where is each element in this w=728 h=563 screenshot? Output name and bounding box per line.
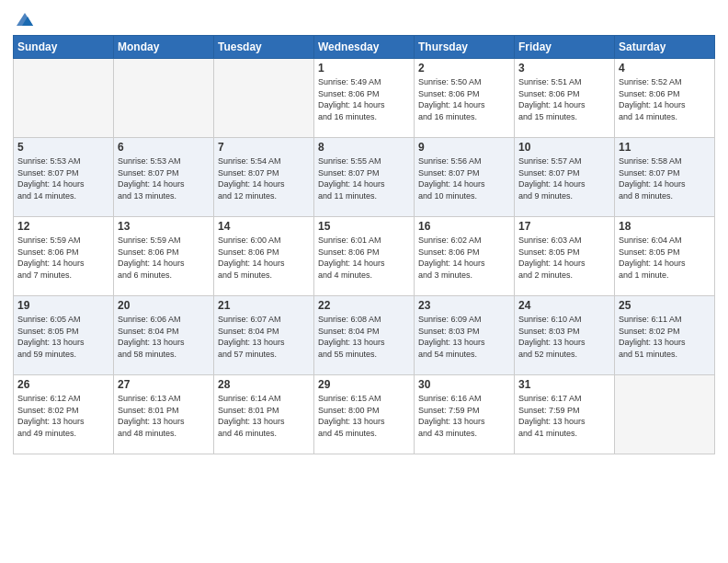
week-row-3: 19Sunrise: 6:05 AM Sunset: 8:05 PM Dayli… [14, 296, 715, 375]
day-number: 1 [318, 62, 410, 75]
weekday-friday: Friday [515, 36, 615, 59]
day-info: Sunrise: 5:49 AM Sunset: 8:06 PM Dayligh… [318, 76, 410, 122]
calendar-table: SundayMondayTuesdayWednesdayThursdayFrid… [13, 35, 715, 454]
day-cell: 20Sunrise: 6:06 AM Sunset: 8:04 PM Dayli… [114, 296, 214, 375]
week-row-1: 5Sunrise: 5:53 AM Sunset: 8:07 PM Daylig… [14, 138, 715, 217]
week-row-2: 12Sunrise: 5:59 AM Sunset: 8:06 PM Dayli… [14, 217, 715, 296]
day-cell: 27Sunrise: 6:13 AM Sunset: 8:01 PM Dayli… [114, 375, 214, 454]
day-info: Sunrise: 5:54 AM Sunset: 8:07 PM Dayligh… [218, 155, 310, 201]
day-number: 2 [418, 62, 510, 75]
day-cell: 16Sunrise: 6:02 AM Sunset: 8:06 PM Dayli… [415, 217, 515, 296]
day-cell: 13Sunrise: 5:59 AM Sunset: 8:06 PM Dayli… [114, 217, 214, 296]
day-info: Sunrise: 5:58 AM Sunset: 8:07 PM Dayligh… [619, 155, 711, 201]
day-info: Sunrise: 6:11 AM Sunset: 8:02 PM Dayligh… [619, 314, 711, 360]
day-number: 17 [518, 220, 610, 233]
day-number: 20 [118, 299, 210, 312]
day-info: Sunrise: 5:59 AM Sunset: 8:06 PM Dayligh… [118, 235, 210, 281]
day-cell: 18Sunrise: 6:04 AM Sunset: 8:05 PM Dayli… [615, 217, 715, 296]
day-info: Sunrise: 6:07 AM Sunset: 8:04 PM Dayligh… [218, 314, 310, 360]
day-number: 16 [418, 220, 510, 233]
day-info: Sunrise: 6:13 AM Sunset: 8:01 PM Dayligh… [118, 393, 210, 439]
day-info: Sunrise: 6:01 AM Sunset: 8:06 PM Dayligh… [318, 235, 410, 281]
day-cell: 31Sunrise: 6:17 AM Sunset: 7:59 PM Dayli… [515, 375, 615, 454]
day-info: Sunrise: 6:10 AM Sunset: 8:03 PM Dayligh… [518, 314, 610, 360]
day-cell: 4Sunrise: 5:52 AM Sunset: 8:06 PM Daylig… [615, 59, 715, 138]
day-info: Sunrise: 5:55 AM Sunset: 8:07 PM Dayligh… [318, 155, 410, 201]
day-number: 23 [418, 299, 510, 312]
day-cell: 6Sunrise: 5:53 AM Sunset: 8:07 PM Daylig… [114, 138, 214, 217]
weekday-tuesday: Tuesday [214, 36, 314, 59]
day-info: Sunrise: 6:16 AM Sunset: 7:59 PM Dayligh… [418, 393, 510, 439]
day-number: 3 [518, 62, 610, 75]
day-info: Sunrise: 6:17 AM Sunset: 7:59 PM Dayligh… [518, 393, 610, 439]
day-info: Sunrise: 6:05 AM Sunset: 8:05 PM Dayligh… [17, 314, 109, 360]
day-cell: 9Sunrise: 5:56 AM Sunset: 8:07 PM Daylig… [415, 138, 515, 217]
day-number: 10 [518, 141, 610, 154]
day-number: 26 [17, 378, 109, 391]
day-info: Sunrise: 6:02 AM Sunset: 8:06 PM Dayligh… [418, 235, 510, 281]
week-row-0: 1Sunrise: 5:49 AM Sunset: 8:06 PM Daylig… [14, 59, 715, 138]
logo [13, 9, 35, 29]
day-number: 21 [218, 299, 310, 312]
day-cell: 15Sunrise: 6:01 AM Sunset: 8:06 PM Dayli… [314, 217, 415, 296]
day-number: 7 [218, 141, 310, 154]
day-cell: 3Sunrise: 5:51 AM Sunset: 8:06 PM Daylig… [515, 59, 615, 138]
day-cell: 5Sunrise: 5:53 AM Sunset: 8:07 PM Daylig… [14, 138, 114, 217]
day-cell: 11Sunrise: 5:58 AM Sunset: 8:07 PM Dayli… [615, 138, 715, 217]
day-cell: 12Sunrise: 5:59 AM Sunset: 8:06 PM Dayli… [14, 217, 114, 296]
day-number: 19 [17, 299, 109, 312]
day-info: Sunrise: 6:14 AM Sunset: 8:01 PM Dayligh… [218, 393, 310, 439]
day-cell: 22Sunrise: 6:08 AM Sunset: 8:04 PM Dayli… [314, 296, 415, 375]
day-number: 11 [619, 141, 711, 154]
day-info: Sunrise: 5:56 AM Sunset: 8:07 PM Dayligh… [418, 155, 510, 201]
weekday-header-row: SundayMondayTuesdayWednesdayThursdayFrid… [14, 36, 715, 59]
week-row-4: 26Sunrise: 6:12 AM Sunset: 8:02 PM Dayli… [14, 375, 715, 454]
day-info: Sunrise: 5:50 AM Sunset: 8:06 PM Dayligh… [418, 76, 510, 122]
page: SundayMondayTuesdayWednesdayThursdayFrid… [0, 0, 728, 563]
day-cell: 24Sunrise: 6:10 AM Sunset: 8:03 PM Dayli… [515, 296, 615, 375]
day-cell: 2Sunrise: 5:50 AM Sunset: 8:06 PM Daylig… [415, 59, 515, 138]
day-cell: 14Sunrise: 6:00 AM Sunset: 8:06 PM Dayli… [214, 217, 314, 296]
day-number: 29 [318, 378, 410, 391]
weekday-sunday: Sunday [14, 36, 114, 59]
day-cell [14, 59, 114, 138]
day-cell: 17Sunrise: 6:03 AM Sunset: 8:05 PM Dayli… [515, 217, 615, 296]
day-number: 4 [619, 62, 711, 75]
weekday-thursday: Thursday [415, 36, 515, 59]
day-info: Sunrise: 6:08 AM Sunset: 8:04 PM Dayligh… [318, 314, 410, 360]
day-cell: 30Sunrise: 6:16 AM Sunset: 7:59 PM Dayli… [415, 375, 515, 454]
day-cell: 19Sunrise: 6:05 AM Sunset: 8:05 PM Dayli… [14, 296, 114, 375]
day-cell: 26Sunrise: 6:12 AM Sunset: 8:02 PM Dayli… [14, 375, 114, 454]
day-info: Sunrise: 5:59 AM Sunset: 8:06 PM Dayligh… [17, 235, 109, 281]
weekday-saturday: Saturday [615, 36, 715, 59]
day-cell: 1Sunrise: 5:49 AM Sunset: 8:06 PM Daylig… [314, 59, 415, 138]
day-number: 6 [118, 141, 210, 154]
day-info: Sunrise: 5:57 AM Sunset: 8:07 PM Dayligh… [518, 155, 610, 201]
day-info: Sunrise: 6:03 AM Sunset: 8:05 PM Dayligh… [518, 235, 610, 281]
day-info: Sunrise: 5:53 AM Sunset: 8:07 PM Dayligh… [118, 155, 210, 201]
day-info: Sunrise: 5:51 AM Sunset: 8:06 PM Dayligh… [518, 76, 610, 122]
day-number: 15 [318, 220, 410, 233]
day-number: 28 [218, 378, 310, 391]
day-info: Sunrise: 6:04 AM Sunset: 8:05 PM Dayligh… [619, 235, 711, 281]
day-cell: 21Sunrise: 6:07 AM Sunset: 8:04 PM Dayli… [214, 296, 314, 375]
day-cell: 23Sunrise: 6:09 AM Sunset: 8:03 PM Dayli… [415, 296, 515, 375]
day-cell [615, 375, 715, 454]
day-info: Sunrise: 6:00 AM Sunset: 8:06 PM Dayligh… [218, 235, 310, 281]
day-number: 12 [17, 220, 109, 233]
day-number: 25 [619, 299, 711, 312]
day-number: 18 [619, 220, 711, 233]
day-number: 8 [318, 141, 410, 154]
day-number: 30 [418, 378, 510, 391]
day-cell: 7Sunrise: 5:54 AM Sunset: 8:07 PM Daylig… [214, 138, 314, 217]
weekday-wednesday: Wednesday [314, 36, 415, 59]
day-info: Sunrise: 5:53 AM Sunset: 8:07 PM Dayligh… [17, 155, 109, 201]
logo-icon [15, 9, 35, 29]
day-info: Sunrise: 6:06 AM Sunset: 8:04 PM Dayligh… [118, 314, 210, 360]
day-info: Sunrise: 6:12 AM Sunset: 8:02 PM Dayligh… [17, 393, 109, 439]
day-cell: 8Sunrise: 5:55 AM Sunset: 8:07 PM Daylig… [314, 138, 415, 217]
day-cell [114, 59, 214, 138]
day-info: Sunrise: 5:52 AM Sunset: 8:06 PM Dayligh… [619, 76, 711, 122]
day-number: 31 [518, 378, 610, 391]
day-number: 13 [118, 220, 210, 233]
